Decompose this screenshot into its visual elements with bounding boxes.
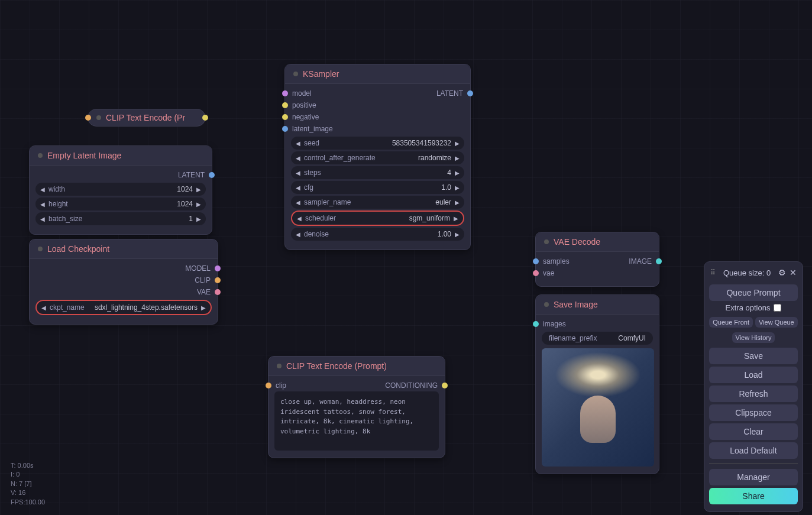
clip-input-port[interactable] (85, 115, 91, 121)
output-label-latent: LATENT (436, 89, 463, 98)
queue-size-label: Queue size: 0 (723, 268, 771, 277)
manager-button[interactable]: Manager (709, 469, 798, 485)
node-header[interactable]: Load Checkpoint (30, 239, 218, 259)
collapse-dot[interactable] (544, 302, 549, 307)
widget-scheduler[interactable]: ◀ scheduler sgm_uniform ▶ (291, 210, 464, 226)
divider (709, 464, 798, 464)
arrow-right-icon[interactable]: ▶ (196, 186, 201, 193)
arrow-right-icon[interactable]: ▶ (455, 170, 460, 176)
widget-filename-prefix[interactable]: filename_prefix ComfyUI (542, 332, 653, 345)
graph-canvas[interactable]: CLIP Text Encode (Pr Empty Latent Image … (0, 0, 812, 515)
arrow-right-icon[interactable]: ▶ (455, 140, 460, 147)
widget-control-after-generate[interactable]: ◀ control_after_generate randomize ▶ (291, 151, 464, 164)
model-output-port[interactable] (215, 265, 221, 271)
node-title: Empty Latent Image (47, 151, 121, 160)
latent-output-port[interactable] (467, 90, 473, 96)
arrow-left-icon[interactable]: ◀ (41, 305, 46, 311)
view-queue-button[interactable]: View Queue (755, 317, 798, 328)
collapse-dot[interactable] (544, 239, 549, 244)
arrow-left-icon[interactable]: ◀ (40, 216, 45, 222)
widget-width[interactable]: ◀ width 1024 ▶ (35, 183, 206, 196)
arrow-right-icon[interactable]: ▶ (455, 231, 460, 238)
collapse-dot[interactable] (293, 72, 298, 76)
collapse-dot[interactable] (277, 364, 282, 368)
image-output-port[interactable] (656, 258, 662, 264)
arrow-right-icon[interactable]: ▶ (455, 184, 460, 191)
arrow-left-icon[interactable]: ◀ (296, 184, 300, 191)
node-header[interactable]: Empty Latent Image (30, 146, 212, 166)
prompt-textarea[interactable]: close up, woman, headdress, neon iridesc… (274, 391, 439, 451)
model-input-port[interactable] (282, 90, 288, 96)
widget-steps[interactable]: ◀ steps 4 ▶ (291, 166, 464, 179)
node-vae-decode[interactable]: VAE Decode samples IMAGE vae (535, 232, 659, 287)
collapse-dot[interactable] (38, 153, 43, 158)
node-clip-text-encode-collapsed[interactable]: CLIP Text Encode (Pr (88, 109, 206, 127)
preview-image[interactable] (542, 348, 654, 467)
arrow-left-icon[interactable]: ◀ (40, 186, 45, 193)
widget-height[interactable]: ◀ height 1024 ▶ (35, 197, 206, 210)
collapse-dot[interactable] (96, 115, 101, 120)
arrow-right-icon[interactable]: ▶ (455, 155, 460, 161)
arrow-left-icon[interactable]: ◀ (296, 140, 300, 147)
node-title: Save Image (554, 300, 598, 309)
widget-batch-size[interactable]: ◀ batch_size 1 ▶ (35, 212, 206, 225)
output-label-vae: VAE (197, 288, 211, 296)
collapse-dot[interactable] (38, 247, 43, 251)
widget-ckpt-name[interactable]: ◀ ckpt_name sdxl_lightning_4step.safeten… (35, 300, 212, 315)
arrow-right-icon[interactable]: ▶ (455, 199, 460, 206)
arrow-right-icon[interactable]: ▶ (196, 216, 201, 222)
arrow-left-icon[interactable]: ◀ (296, 231, 300, 238)
arrow-left-icon[interactable]: ◀ (296, 170, 300, 176)
node-header[interactable]: Save Image (536, 295, 659, 315)
widget-cfg[interactable]: ◀ cfg 1.0 ▶ (291, 181, 464, 194)
clear-button[interactable]: Clear (709, 423, 798, 440)
latent-input-port[interactable] (282, 126, 288, 132)
arrow-right-icon[interactable]: ▶ (201, 305, 206, 311)
extra-options-checkbox[interactable] (774, 304, 781, 312)
latent-output-port[interactable] (209, 172, 215, 178)
clip-output-port[interactable] (215, 277, 221, 283)
node-ksampler[interactable]: KSampler model LATENT positive negative (284, 64, 471, 250)
output-label-image: IMAGE (629, 257, 652, 265)
queue-prompt-button[interactable]: Queue Prompt (709, 284, 798, 301)
vae-output-port[interactable] (215, 289, 221, 295)
gear-icon[interactable]: ⚙ (778, 268, 786, 277)
conditioning-output-port[interactable] (442, 383, 448, 388)
load-button[interactable]: Load (709, 367, 798, 383)
arrow-left-icon[interactable]: ◀ (40, 201, 45, 208)
clipspace-button[interactable]: Clipspace (709, 404, 798, 421)
node-save-image[interactable]: Save Image images filename_prefix ComfyU… (535, 294, 659, 474)
share-button[interactable]: Share (709, 488, 798, 504)
node-header[interactable]: VAE Decode (536, 232, 659, 252)
node-empty-latent-image[interactable]: Empty Latent Image LATENT ◀ width 1024 ▶… (29, 145, 212, 235)
save-button[interactable]: Save (709, 348, 798, 364)
load-default-button[interactable]: Load Default (709, 442, 798, 459)
node-header[interactable]: KSampler (285, 64, 470, 84)
images-input-port[interactable] (533, 321, 539, 327)
arrow-right-icon[interactable]: ▶ (454, 215, 458, 222)
widget-seed[interactable]: ◀ seed 583505341593232 ▶ (291, 137, 464, 150)
arrow-left-icon[interactable]: ◀ (297, 215, 302, 222)
clip-input-port[interactable] (266, 383, 271, 388)
arrow-right-icon[interactable]: ▶ (196, 201, 201, 208)
refresh-button[interactable]: Refresh (709, 386, 798, 402)
samples-input-port[interactable] (533, 258, 539, 264)
view-history-button[interactable]: View History (732, 332, 775, 343)
extra-options-label: Extra options (726, 303, 771, 312)
queue-front-button[interactable]: Queue Front (709, 317, 753, 328)
arrow-left-icon[interactable]: ◀ (296, 155, 300, 161)
node-clip-text-encode-prompt[interactable]: CLIP Text Encode (Prompt) clip CONDITION… (268, 356, 445, 458)
widget-denoise[interactable]: ◀ denoise 1.00 ▶ (291, 228, 464, 241)
arrow-left-icon[interactable]: ◀ (296, 199, 300, 206)
negative-input-port[interactable] (282, 114, 288, 120)
positive-input-port[interactable] (282, 102, 288, 108)
widget-sampler-name[interactable]: ◀ sampler_name euler ▶ (291, 196, 464, 209)
connection-wires (0, 0, 177, 89)
vae-input-port[interactable] (533, 270, 539, 276)
node-header[interactable]: CLIP Text Encode (Prompt) (268, 357, 445, 376)
close-icon[interactable]: ✕ (790, 268, 797, 277)
node-title: CLIP Text Encode (Pr (106, 113, 185, 122)
grip-icon[interactable]: ⠿ (710, 268, 716, 277)
node-load-checkpoint[interactable]: Load Checkpoint MODEL CLIP VAE ◀ ckpt_na… (29, 239, 218, 325)
conditioning-output-port[interactable] (202, 115, 208, 121)
